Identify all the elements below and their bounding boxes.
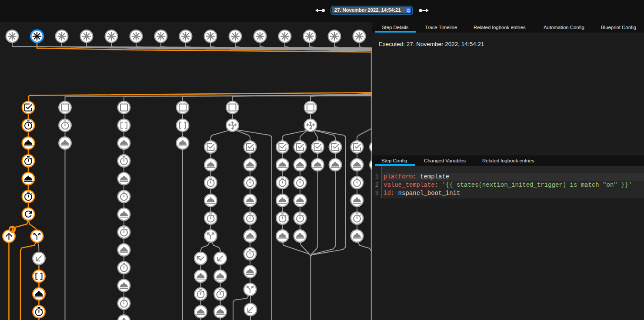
svg-text:9+: 9+ <box>10 227 15 231</box>
